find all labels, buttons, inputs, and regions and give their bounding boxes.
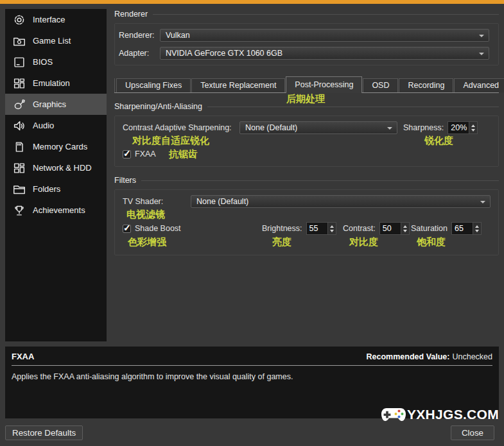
brightness-value[interactable]: 55 <box>306 222 328 235</box>
sidebar-item-label: Interface <box>33 15 65 24</box>
tab-recording[interactable]: Recording <box>399 78 453 92</box>
cas-annotation-chinese: 对比度自适应锐化 <box>132 135 209 147</box>
cas-label: Contrast Adaptive Sharpening: <box>123 123 239 132</box>
cas-dropdown[interactable]: None (Default) <box>239 121 397 134</box>
sidebar-item-network-hdd[interactable]: Network & HDD <box>5 157 107 178</box>
gamepad-icon <box>381 406 406 423</box>
chevron-down-icon <box>480 201 485 203</box>
spin-down-icon[interactable] <box>403 230 407 232</box>
sidebar-item-emulation[interactable]: Emulation <box>5 73 107 94</box>
adapter-dropdown[interactable]: NVIDIA GeForce GTX 1060 6GB <box>160 47 489 60</box>
brightness-label: Brightness: <box>262 224 302 233</box>
sidebar-item-label: Achievements <box>33 205 85 215</box>
folder-gear-icon <box>12 34 26 48</box>
renderer-dropdown-value: Vulkan <box>166 31 190 40</box>
spin-down-icon[interactable] <box>475 230 479 232</box>
sidebar-item-label: BIOS <box>33 57 53 67</box>
sidebar-item-label: Graphics <box>33 99 66 109</box>
close-button[interactable]: Close <box>451 425 494 440</box>
tab-advanced[interactable]: Advanced <box>454 78 504 92</box>
sidebar-item-game-list[interactable]: Game List <box>5 30 107 51</box>
saturation-label: Saturation <box>411 224 448 233</box>
grid-icon <box>12 161 26 175</box>
sidebar-item-label: Emulation <box>33 78 70 88</box>
sharpness-label: Sharpness: <box>403 123 444 132</box>
sidebar-item-label: Memory Cards <box>33 142 87 151</box>
spin-up-icon[interactable] <box>330 225 334 228</box>
spin-up-icon[interactable] <box>403 225 407 228</box>
watermark-text: YXHJGS.COM <box>407 407 499 422</box>
sidebar-item-label: Audio <box>33 121 54 130</box>
recommended-value-label: Recommended Value: <box>367 352 450 361</box>
sharpness-value[interactable]: 20% <box>448 121 469 134</box>
adapter-label: Adapter: <box>119 49 160 58</box>
tab-osd[interactable]: OSD <box>363 78 398 92</box>
contrast-spinner: 50 <box>379 222 410 235</box>
tv-shader-annotation-chinese: 电视滤镜 <box>126 209 165 221</box>
group-title-divider <box>153 14 499 15</box>
grid-icon <box>12 76 26 90</box>
folder-icon <box>12 182 26 196</box>
chevron-down-icon <box>387 127 392 130</box>
tab-upscaling-fixes[interactable]: Upscaling Fixes <box>116 78 191 92</box>
fxaa-checkbox-label[interactable]: FXAA <box>135 150 156 159</box>
brightness-spinner: 55 <box>306 222 336 235</box>
shade-boost-checkbox[interactable] <box>123 225 131 233</box>
sidebar-item-graphics[interactable]: Graphics <box>5 94 107 115</box>
watermark: YXHJGS.COM <box>381 406 499 423</box>
chevron-down-icon <box>479 53 484 55</box>
renderer-group-box: Renderer: Vulkan Adapter: NVIDIA GeForce… <box>114 23 499 65</box>
renderer-group-title: Renderer <box>114 10 148 19</box>
spin-down-icon[interactable] <box>330 230 334 232</box>
fxaa-annotation-chinese: 抗锯齿 <box>169 148 198 160</box>
description-setting-name: FXAA <box>12 352 34 361</box>
cas-dropdown-value: None (Default) <box>245 123 297 132</box>
spin-down-icon[interactable] <box>471 129 475 132</box>
brightness-annotation-chinese: 亮度 <box>272 236 291 248</box>
speaker-icon <box>12 119 26 133</box>
group-title-divider <box>207 107 499 107</box>
memory-card-icon <box>12 140 26 154</box>
contrast-value[interactable]: 50 <box>379 222 401 235</box>
contrast-label: Contrast: <box>343 224 376 233</box>
gear-icon <box>12 13 26 27</box>
paintbrush-icon <box>12 98 26 112</box>
group-title-divider <box>141 180 499 181</box>
tv-shader-dropdown-value: None (Default) <box>196 197 248 206</box>
recommended-value-text: Unchecked <box>452 352 492 361</box>
sidebar-item-memory-cards[interactable]: Memory Cards <box>5 136 107 157</box>
contrast-annotation-chinese: 对比度 <box>349 236 378 248</box>
settings-sidebar: Interface Game List BIOS Emulation Graph… <box>5 9 107 341</box>
sidebar-item-folders[interactable]: Folders <box>5 178 107 200</box>
sidebar-item-achievements[interactable]: Achievements <box>5 200 107 221</box>
sharpness-spinner: 20% <box>448 121 478 134</box>
graphics-settings-panel: Renderer Renderer: Vulkan Adapter: NVIDI… <box>114 9 499 255</box>
tv-shader-dropdown[interactable]: None (Default) <box>191 195 491 208</box>
sharpening-group-title: Sharpening/Anti-Aliasing <box>114 102 202 111</box>
fxaa-checkbox[interactable] <box>123 150 131 159</box>
spin-up-icon[interactable] <box>471 124 475 127</box>
tv-shader-label: TV Shader: <box>123 197 191 206</box>
filters-group-box: TV Shader: None (Default) 电视滤镜 Shade Boo… <box>114 189 499 255</box>
recommended-value: Recommended Value: Unchecked <box>367 352 492 361</box>
renderer-label: Renderer: <box>119 31 160 40</box>
sidebar-item-label: Folders <box>33 184 60 194</box>
spin-up-icon[interactable] <box>475 225 479 228</box>
sidebar-item-bios[interactable]: BIOS <box>5 51 107 73</box>
shade-boost-annotation-chinese: 色彩增强 <box>128 236 166 248</box>
trophy-icon <box>12 203 26 218</box>
sidebar-item-label: Network & HDD <box>33 163 92 173</box>
shade-boost-checkbox-label[interactable]: Shade Boost <box>135 224 181 233</box>
renderer-dropdown[interactable]: Vulkan <box>160 29 489 42</box>
sidebar-item-interface[interactable]: Interface <box>5 9 107 30</box>
adapter-dropdown-value: NVIDIA GeForce GTX 1060 6GB <box>166 49 282 58</box>
tab-partial[interactable] <box>114 78 115 92</box>
description-text: Applies the FXAA anti-aliasing algorithm… <box>5 366 499 388</box>
restore-defaults-button[interactable]: Restore Defaults <box>5 425 83 440</box>
sharpening-group-box: Contrast Adaptive Sharpening: None (Defa… <box>114 116 499 167</box>
tab-texture-replacement[interactable]: Texture Replacement <box>191 78 285 92</box>
sidebar-item-audio[interactable]: Audio <box>5 115 107 136</box>
saturation-annotation-chinese: 饱和度 <box>417 236 446 248</box>
saturation-value[interactable]: 65 <box>451 222 473 235</box>
tab-post-processing[interactable]: Post-Processing <box>286 76 362 93</box>
